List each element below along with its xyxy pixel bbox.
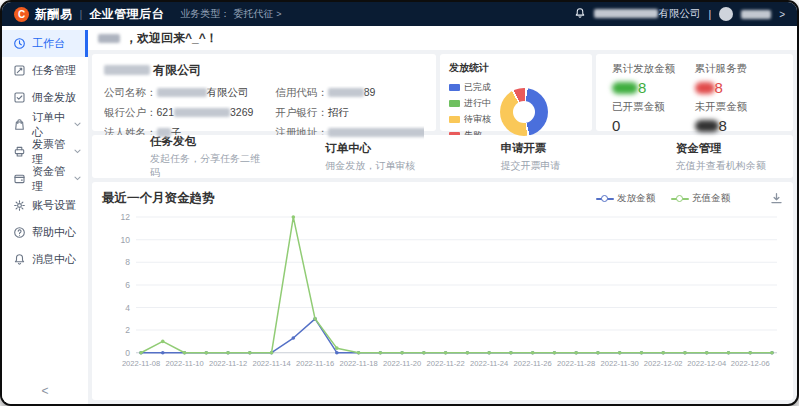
line-marker-icon: [671, 195, 689, 203]
svg-text:4: 4: [125, 302, 130, 312]
download-icon[interactable]: [770, 192, 783, 205]
user-avatar[interactable]: [719, 7, 733, 21]
order-icon: [13, 118, 26, 131]
quick-link[interactable]: 资金管理充值并查看机构余额: [618, 141, 793, 173]
company-field: 公司名称：有限公司: [104, 86, 275, 100]
company-fields: 公司名称：有限公司信用代码：89银行公户：6213269开户银行：招行法人姓名：…: [104, 86, 424, 140]
svg-text:2022-11-14: 2022-11-14: [252, 359, 291, 368]
legend-item: 已完成: [449, 81, 491, 94]
quick-link[interactable]: 申请开票提交开票申请: [443, 141, 618, 173]
business-type-value: 委托代征: [233, 7, 273, 21]
redacted-greeting-name: [98, 34, 120, 43]
donut-chart: [500, 88, 548, 136]
chart-legend-item[interactable]: 充值金额: [671, 192, 730, 205]
sidebar-item-label: 发票管理: [32, 137, 74, 167]
sidebar-item-invoice[interactable]: 发票管理: [2, 138, 88, 165]
summary-item: 未开票金额8: [695, 100, 778, 134]
top-header: C 新酬易 | 企业管理后台 业务类型： 委托代征 > 有限公司 | >: [2, 2, 797, 26]
header-company: 有限公司: [594, 7, 700, 21]
distribution-stats-card: 发放统计 已完成进行中待审核失败: [440, 54, 592, 131]
sidebar-item-label: 任务管理: [32, 63, 76, 78]
svg-text:10: 10: [121, 235, 131, 245]
app-title: 企业管理后台: [89, 6, 164, 23]
company-field: 银行公户：6213269: [104, 106, 275, 120]
svg-text:2022-11-20: 2022-11-20: [383, 359, 421, 368]
summary-label: 累计服务费: [695, 62, 778, 76]
sidebar-item-label: 账号设置: [32, 198, 76, 213]
sidebar-collapse-button[interactable]: <: [2, 378, 88, 404]
business-type-label: 业务类型：: [180, 7, 230, 21]
sidebar-item-label: 工作台: [32, 36, 65, 51]
help-icon: [13, 226, 26, 239]
header-divider: |: [80, 8, 83, 20]
sidebar-item-settings[interactable]: 账号设置: [2, 192, 88, 219]
quick-links-card: 任务发包发起任务，分享任务二维码订单中心佣金发放，订单审核申请开票提交开票申请资…: [92, 135, 793, 178]
svg-text:8: 8: [125, 257, 130, 267]
quick-link-title: 申请开票: [501, 141, 618, 156]
svg-text:6: 6: [125, 280, 130, 290]
sidebar-item-label: 订单中心: [32, 110, 74, 140]
header-left: C 新酬易 | 企业管理后台 业务类型： 委托代征 >: [14, 6, 282, 23]
quick-link[interactable]: 订单中心佣金发放，订单审核: [267, 141, 442, 173]
legend-item: 进行中: [449, 97, 491, 110]
svg-text:2022-11-28: 2022-11-28: [557, 359, 595, 368]
trend-chart-card: 最近一个月资金趋势 发放金额充值金额 0246810122022-11-0820…: [92, 182, 793, 400]
sidebar-item-help[interactable]: 帮助中心: [2, 219, 88, 246]
legend-swatch: [449, 116, 460, 123]
legend-item: 待审核: [449, 113, 491, 126]
chart-legend: 发放金额充值金额: [596, 192, 730, 205]
svg-text:2022-11-30: 2022-11-30: [601, 359, 639, 368]
summary-label: 未开票金额: [695, 100, 778, 114]
company-title: 有限公司: [104, 62, 424, 79]
header-right: 有限公司 | >: [574, 7, 785, 21]
settings-icon: [13, 199, 26, 212]
distribution-stats-title: 发放统计: [449, 61, 583, 75]
company-field: 信用代码：89: [275, 86, 424, 100]
redacted-user-name: [741, 10, 771, 19]
summary-value: 8: [612, 79, 695, 96]
header-user-divider: |: [708, 8, 711, 20]
sidebar-item-task[interactable]: 任务管理: [2, 57, 88, 84]
svg-text:2022-11-22: 2022-11-22: [427, 359, 465, 368]
summary-value: 8: [695, 117, 778, 134]
business-type-selector[interactable]: 业务类型： 委托代征 >: [180, 7, 281, 21]
svg-text:2022-11-24: 2022-11-24: [470, 359, 509, 368]
summary-item: 累计发放金额8: [612, 62, 695, 96]
sidebar-item-label: 帮助中心: [32, 225, 76, 240]
quick-link-title: 资金管理: [676, 141, 793, 156]
user-menu-chevron-icon[interactable]: >: [779, 9, 785, 20]
summary-value: 8: [695, 79, 778, 96]
sidebar-item-order[interactable]: 订单中心: [2, 111, 88, 138]
svg-text:2022-11-18: 2022-11-18: [339, 359, 377, 368]
message-icon: [13, 253, 26, 266]
company-info-card: 有限公司 公司名称：有限公司信用代码：89银行公户：6213269开户银行：招行…: [92, 54, 436, 131]
svg-text:2: 2: [125, 325, 130, 335]
sidebar-item-workbench[interactable]: 工作台: [2, 30, 88, 57]
sidebar-item-commission[interactable]: 佣金发放: [2, 84, 88, 111]
content: 有限公司 公司名称：有限公司信用代码：89银行公户：6213269开户银行：招行…: [88, 50, 797, 404]
quick-link[interactable]: 任务发包发起任务，分享任务二维码: [92, 134, 267, 180]
redacted-company-title: [104, 65, 150, 75]
summary-label: 累计发放金额: [612, 62, 695, 76]
main-area: ，欢迎回来^_^！ 有限公司 公司名称：有限公司信用代码：89银行公户：6213…: [88, 26, 797, 404]
sidebar-item-funds[interactable]: 资金管理: [2, 165, 88, 192]
quick-link-desc: 充值并查看机构余额: [676, 159, 793, 173]
sidebar-item-message[interactable]: 消息中心: [2, 246, 88, 273]
summary-item: 累计服务费8: [695, 62, 778, 96]
quick-link-desc: 发起任务，分享任务二维码: [150, 152, 267, 180]
amount-summary-card: 累计发放金额8累计服务费8已开票金额0未开票金额8: [596, 54, 793, 131]
legend-swatch: [449, 84, 460, 91]
chart-legend-item[interactable]: 发放金额: [596, 192, 655, 205]
line-marker-icon: [596, 195, 614, 203]
svg-text:2022-12-06: 2022-12-06: [731, 359, 770, 368]
summary-label: 已开票金额: [612, 100, 695, 114]
app-window: C 新酬易 | 企业管理后台 业务类型： 委托代征 > 有限公司 | > 工作台…: [0, 0, 799, 406]
company-field: 开户银行：招行: [275, 106, 424, 120]
svg-text:2022-11-08: 2022-11-08: [122, 359, 160, 368]
brand-logo-icon: C: [14, 7, 29, 22]
sidebar-menu: 工作台任务管理佣金发放订单中心发票管理资金管理账号设置帮助中心消息中心: [2, 30, 88, 378]
line-chart: 0246810122022-11-082022-11-102022-11-122…: [102, 209, 783, 377]
svg-text:2022-11-16: 2022-11-16: [296, 359, 334, 368]
notification-bell-icon[interactable]: [574, 7, 586, 21]
task-icon: [13, 64, 26, 77]
